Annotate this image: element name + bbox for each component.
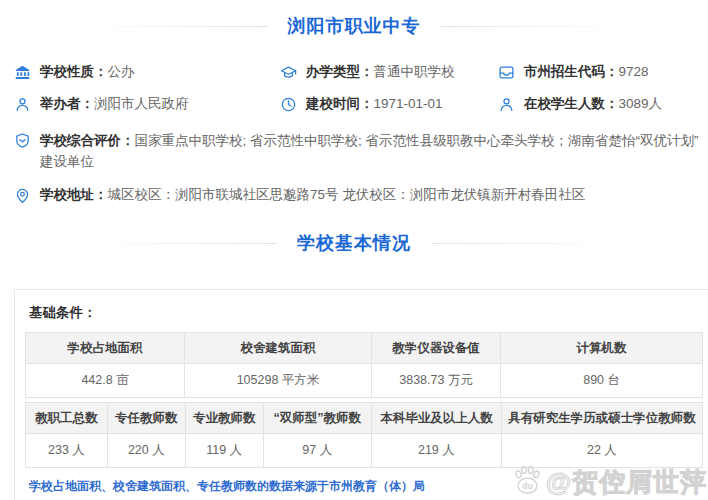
table-header-row: 教职工总数 专任教师数 专业教师数 “双师型”教师数 本科毕业及以上人数 具有研… bbox=[26, 403, 703, 434]
info-label: 建校时间： bbox=[306, 96, 374, 111]
column-header: “双师型”教师数 bbox=[263, 403, 371, 434]
info-label: 学校性质： bbox=[40, 64, 108, 79]
info-value: 1971-01-01 bbox=[374, 96, 443, 111]
shield-icon bbox=[14, 132, 31, 149]
column-header: 学校占地面积 bbox=[26, 333, 185, 364]
page-title-row: 浏阳市职业中专 bbox=[0, 14, 708, 38]
info-item-admission-code: 市州招生代码：9728 bbox=[498, 62, 706, 82]
info-item-school-nature: 学校性质：公办 bbox=[14, 62, 280, 82]
school-info-grid: 学校性质：公办 办学类型：普通中职学校 市州招生代码：9728 举办者：浏阳市人… bbox=[14, 62, 706, 114]
column-header: 专任教师数 bbox=[107, 403, 185, 434]
info-label: 学校地址： bbox=[40, 187, 108, 202]
column-header: 计算机数 bbox=[501, 333, 703, 364]
title-right-rule bbox=[441, 26, 626, 27]
table-cell: 442.8 亩 bbox=[26, 364, 185, 398]
table-cell: 3838.73 万元 bbox=[371, 364, 500, 398]
section-right-rule bbox=[431, 243, 616, 244]
bank-icon bbox=[14, 64, 31, 81]
info-value: 3089人 bbox=[619, 96, 663, 111]
person-icon bbox=[14, 96, 31, 113]
baidu-paw-icon: du bbox=[510, 463, 544, 500]
info-value: 普通中职学校 bbox=[374, 64, 455, 79]
info-item-organizer: 举办者：浏阳市人民政府 bbox=[14, 94, 280, 114]
column-header: 校舍建筑面积 bbox=[185, 333, 372, 364]
column-header: 教职工总数 bbox=[26, 403, 108, 434]
info-value: 国家重点中职学校; 省示范性中职学校; 省示范性县级职教中心牵头学校；湖南省楚怡… bbox=[40, 133, 699, 169]
info-item-school-type: 办学类型：普通中职学校 bbox=[280, 62, 498, 82]
table-cell: 119 人 bbox=[185, 434, 263, 468]
info-value: 城区校区：浏阳市联城社区思邈路75号 龙伏校区：浏阳市龙伏镇新开村春田社区 bbox=[108, 187, 586, 202]
table-cell: 233 人 bbox=[26, 434, 108, 468]
faculty-stats-table: 教职工总数 专任教师数 专业教师数 “双师型”教师数 本科毕业及以上人数 具有研… bbox=[25, 402, 703, 468]
basic-conditions-panel: 基础条件： 学校占地面积 校舍建筑面积 教学仪器设备值 计算机数 442.8 亩… bbox=[14, 289, 708, 500]
school-info: 学校性质：公办 办学类型：普通中职学校 市州招生代码：9728 举办者：浏阳市人… bbox=[0, 62, 708, 205]
watermark-text: @贺倥屑世萍 bbox=[546, 465, 707, 500]
basic-conditions-heading: 基础条件： bbox=[29, 304, 703, 322]
table-value-row: 442.8 亩 105298 平方米 3838.73 万元 890 台 bbox=[26, 364, 703, 398]
grad-cap-icon bbox=[280, 64, 297, 81]
table-cell: 105298 平方米 bbox=[185, 364, 372, 398]
info-item-evaluation: 学校综合评价：国家重点中职学校; 省示范性中职学校; 省示范性县级职教中心牵头学… bbox=[14, 130, 706, 172]
section-title: 学校基本情况 bbox=[297, 231, 411, 255]
location-pin-icon bbox=[14, 187, 31, 204]
info-value: 9728 bbox=[619, 64, 649, 79]
section-left-rule bbox=[92, 243, 277, 244]
column-header: 教学仪器设备值 bbox=[371, 333, 500, 364]
info-label: 市州招生代码： bbox=[524, 64, 619, 79]
campus-stats-table: 学校占地面积 校舍建筑面积 教学仪器设备值 计算机数 442.8 亩 10529… bbox=[25, 332, 703, 398]
svg-text:du: du bbox=[522, 481, 532, 491]
table-header-row: 学校占地面积 校舍建筑面积 教学仪器设备值 计算机数 bbox=[26, 333, 703, 364]
table-cell: 219 人 bbox=[371, 434, 501, 468]
info-label: 在校学生人数： bbox=[524, 96, 619, 111]
student-icon bbox=[498, 96, 515, 113]
table-cell: 97 人 bbox=[263, 434, 371, 468]
info-item-students: 在校学生人数：3089人 bbox=[498, 94, 706, 114]
info-value: 浏阳市人民政府 bbox=[94, 96, 189, 111]
clock-icon bbox=[280, 96, 297, 113]
table-cell: 890 台 bbox=[501, 364, 703, 398]
page-title: 浏阳市职业中专 bbox=[288, 14, 421, 38]
column-header: 专业教师数 bbox=[185, 403, 263, 434]
info-label: 学校综合评价： bbox=[40, 133, 135, 148]
info-item-founded: 建校时间：1971-01-01 bbox=[280, 94, 498, 114]
title-left-rule bbox=[83, 26, 268, 27]
info-label: 办学类型： bbox=[306, 64, 374, 79]
info-item-address: 学校地址：城区校区：浏阳市联城社区思邈路75号 龙伏校区：浏阳市龙伏镇新开村春田… bbox=[14, 185, 706, 205]
info-value: 公办 bbox=[108, 64, 135, 79]
column-header: 本科毕业及以上人数 bbox=[371, 403, 501, 434]
column-header: 具有研究生学历或硕士学位教师数 bbox=[501, 403, 702, 434]
table-cell: 220 人 bbox=[107, 434, 185, 468]
section-title-row: 学校基本情况 bbox=[0, 231, 708, 255]
inbox-icon bbox=[498, 64, 515, 81]
watermark: du @贺倥屑世萍 bbox=[510, 463, 707, 500]
info-label: 举办者： bbox=[40, 96, 94, 111]
